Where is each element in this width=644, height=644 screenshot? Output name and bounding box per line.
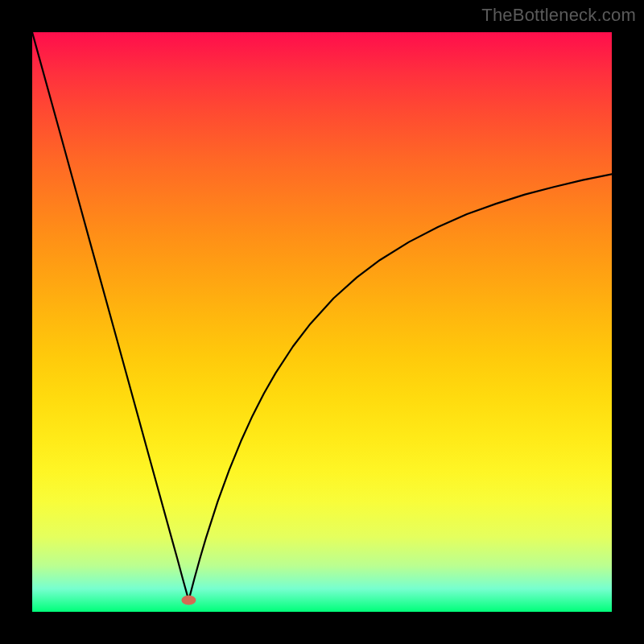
curve-right-branch xyxy=(188,174,612,600)
minimum-marker xyxy=(181,596,196,605)
plot-area xyxy=(32,32,612,612)
curve-svg xyxy=(32,32,612,612)
watermark-text: TheBottleneck.com xyxy=(481,5,636,26)
chart-frame: TheBottleneck.com xyxy=(0,0,644,644)
curve-left-branch xyxy=(32,32,188,601)
